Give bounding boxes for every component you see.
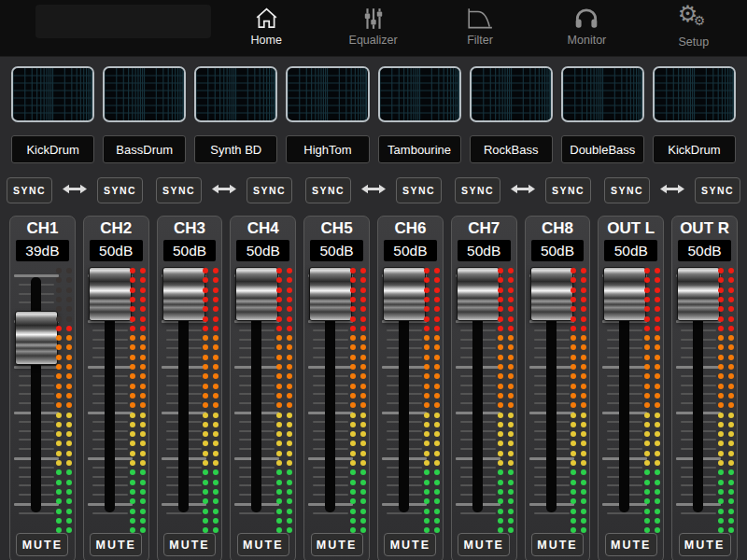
meter-led — [508, 402, 514, 408]
meter-led — [581, 384, 586, 389]
fader-knob[interactable] — [457, 267, 500, 321]
meter-led — [718, 441, 724, 446]
sync-button-left[interactable]: SYNC — [305, 177, 351, 203]
meter-led — [498, 413, 503, 418]
sample-name-button[interactable]: HighTom — [286, 135, 369, 163]
meter-led — [130, 480, 135, 485]
meter-led — [276, 518, 282, 524]
fader-knob[interactable] — [89, 267, 132, 321]
sample-name-button[interactable]: KickDrum — [11, 135, 94, 163]
fader-knob[interactable] — [235, 267, 278, 321]
fader-knob[interactable] — [383, 267, 426, 321]
mute-button[interactable]: MUTE — [237, 533, 289, 556]
fader-knob[interactable] — [309, 267, 352, 321]
meter-led — [644, 480, 650, 485]
meter-led — [644, 297, 650, 302]
meter-led — [508, 306, 514, 312]
channel-title: CH1 — [10, 219, 75, 240]
meter-led — [424, 509, 430, 514]
meter-led — [498, 480, 503, 485]
meter-led — [350, 460, 356, 466]
meter-led — [718, 431, 724, 437]
meter-led — [276, 469, 282, 475]
mute-button[interactable]: MUTE — [163, 533, 216, 556]
mute-button[interactable]: MUTE — [16, 533, 68, 556]
meter-led — [424, 489, 430, 495]
meter-led — [66, 344, 72, 350]
scope-display[interactable] — [286, 66, 369, 122]
meter-led — [140, 469, 146, 475]
meter-led — [498, 518, 503, 524]
sync-button-right[interactable]: SYNC — [396, 177, 442, 203]
sample-name-button[interactable]: RockBass — [470, 135, 553, 163]
scope-display[interactable] — [561, 66, 644, 122]
meter-led — [287, 344, 292, 350]
meter-led — [213, 469, 218, 475]
mute-button[interactable]: MUTE — [531, 533, 584, 556]
sample-name-button[interactable]: KickDrum — [653, 135, 736, 163]
sync-button-right[interactable]: SYNC — [545, 177, 591, 203]
fader-knob[interactable] — [162, 267, 205, 321]
sample-name-button[interactable]: BassDrum — [103, 135, 186, 163]
meter-led — [498, 498, 503, 504]
meter-led — [276, 355, 282, 360]
nav-tab-equalizer[interactable]: Equalizer — [319, 0, 426, 56]
meter-led — [203, 268, 208, 273]
fader-knob[interactable] — [15, 311, 58, 365]
meter-led — [203, 306, 208, 312]
mute-button[interactable]: MUTE — [384, 533, 436, 556]
meter-led — [581, 451, 586, 456]
mute-button[interactable]: MUTE — [311, 533, 363, 556]
scope-display[interactable] — [653, 66, 736, 122]
scope-display[interactable] — [378, 66, 461, 122]
sync-button-left[interactable]: SYNC — [7, 177, 52, 203]
nav-tab-filter[interactable]: Filter — [427, 0, 533, 56]
meter-led — [130, 326, 135, 331]
sample-name-button[interactable]: DoubleBass — [561, 135, 644, 163]
meter-led — [581, 277, 586, 283]
mute-button[interactable]: MUTE — [90, 533, 142, 556]
sync-button-left[interactable]: SYNC — [604, 177, 650, 203]
sample-name-button[interactable]: Synth BD — [194, 135, 277, 163]
fader-knob[interactable] — [603, 267, 646, 321]
mute-button[interactable]: MUTE — [605, 533, 657, 556]
scope-display[interactable] — [103, 66, 186, 122]
sync-button-right[interactable]: SYNC — [247, 177, 292, 203]
sync-button-right[interactable]: SYNC — [695, 177, 740, 203]
fader-knob[interactable] — [677, 267, 720, 321]
nav-tab-home[interactable]: Home — [213, 0, 319, 56]
meter-led — [728, 306, 734, 312]
meter-led — [140, 306, 146, 312]
meter-led — [276, 326, 282, 331]
meter-led — [581, 326, 586, 331]
meter-led — [130, 498, 135, 504]
meter-led — [655, 373, 660, 379]
meter-led — [424, 373, 430, 379]
mute-button[interactable]: MUTE — [458, 533, 510, 556]
sample-name-button[interactable]: Tambourine — [378, 135, 461, 163]
sync-button-left[interactable]: SYNC — [455, 177, 500, 203]
equalizer-icon — [361, 7, 386, 31]
sync-button-left[interactable]: SYNC — [156, 177, 202, 203]
scope-display[interactable] — [470, 66, 553, 122]
meter-led — [571, 460, 576, 466]
meter-led — [644, 402, 650, 408]
fader-knob[interactable] — [530, 267, 573, 321]
mute-button[interactable]: MUTE — [679, 533, 731, 556]
scope-display[interactable] — [194, 66, 277, 122]
meter-led — [203, 287, 208, 293]
nav-tab-setup[interactable]: ⚙⚙ Setup — [641, 0, 747, 56]
scope-display[interactable] — [11, 66, 94, 122]
meter-led — [434, 364, 440, 370]
sync-link-arrow-icon — [359, 183, 388, 195]
meter-led — [571, 373, 576, 379]
meter-led — [728, 498, 734, 504]
sync-button-right[interactable]: SYNC — [97, 177, 143, 203]
meter-led — [350, 489, 356, 495]
meter-led — [350, 316, 356, 322]
sync-pair: SYNC SYNC — [0, 177, 149, 203]
nav-tab-monitor[interactable]: Monitor — [533, 0, 640, 56]
meter-led — [655, 306, 660, 312]
meter-led — [424, 393, 430, 399]
meter-led — [350, 518, 356, 524]
